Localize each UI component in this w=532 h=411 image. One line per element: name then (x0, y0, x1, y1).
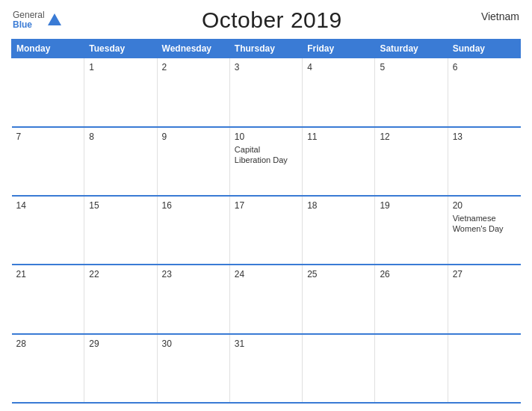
calendar-cell: 26 (375, 265, 448, 333)
weekday-header-monday: Monday (12, 40, 84, 58)
day-number: 15 (89, 200, 152, 211)
calendar-cell (375, 334, 448, 403)
calendar-cell: 25 (303, 265, 375, 333)
calendar-cell: 3 (229, 58, 302, 127)
day-number: 6 (453, 62, 516, 72)
day-number: 29 (89, 339, 152, 349)
day-number: 16 (162, 200, 225, 211)
calendar-cell (448, 334, 520, 403)
holiday-name: Vietnamese Women's Day (453, 213, 516, 235)
day-number: 26 (380, 269, 442, 279)
svg-marker-0 (48, 13, 61, 25)
calendar-cell: 31 (229, 334, 302, 403)
calendar-table: MondayTuesdayWednesdayThursdayFridaySatu… (11, 39, 521, 404)
calendar-cell: 8 (84, 127, 157, 196)
calendar-week-row: 14151617181920Vietnamese Women's Day (12, 196, 521, 265)
calendar-cell: 19 (375, 196, 448, 265)
day-number: 22 (89, 269, 152, 279)
day-number: 18 (307, 200, 370, 211)
calendar-cell: 10Capital Liberation Day (229, 127, 302, 196)
calendar-cell: 28 (12, 334, 84, 403)
calendar-cell: 14 (12, 196, 84, 265)
calendar-cell: 4 (303, 58, 375, 127)
day-number: 11 (307, 132, 370, 142)
day-number: 7 (16, 132, 80, 142)
calendar-cell: 21 (12, 265, 84, 333)
weekday-header-thursday: Thursday (229, 40, 302, 58)
day-number: 19 (380, 200, 442, 211)
logo: General Blue (13, 10, 63, 30)
day-number: 20 (453, 200, 516, 211)
calendar-cell (303, 334, 375, 403)
day-number: 17 (235, 200, 297, 211)
weekday-header-sunday: Sunday (448, 40, 520, 58)
weekday-header-tuesday: Tuesday (84, 40, 157, 58)
calendar-cell: 7 (12, 127, 84, 196)
calendar-cell: 9 (157, 127, 229, 196)
calendar-header: MondayTuesdayWednesdayThursdayFridaySatu… (12, 40, 521, 58)
calendar-week-row: 123456 (12, 58, 521, 127)
day-number: 27 (453, 269, 516, 279)
logo-icon (46, 12, 63, 28)
day-number: 28 (16, 339, 80, 349)
day-number: 30 (162, 339, 225, 349)
calendar-week-row: 78910Capital Liberation Day111213 (12, 127, 521, 196)
calendar-cell: 29 (84, 334, 157, 403)
month-title: October 2019 (202, 7, 342, 33)
calendar-cell: 2 (157, 58, 229, 127)
calendar-cell: 17 (229, 196, 302, 265)
weekday-header-saturday: Saturday (375, 40, 448, 58)
calendar-cell: 30 (157, 334, 229, 403)
calendar-cell: 20Vietnamese Women's Day (448, 196, 520, 265)
day-number: 14 (16, 200, 80, 211)
day-number: 31 (235, 339, 297, 349)
day-number: 10 (235, 132, 297, 142)
calendar-cell (12, 58, 84, 127)
day-number: 13 (453, 132, 516, 142)
day-number: 3 (235, 62, 297, 72)
calendar-cell: 24 (229, 265, 302, 333)
calendar-week-row: 21222324252627 (12, 265, 521, 333)
day-number: 12 (380, 132, 442, 142)
day-number: 23 (162, 269, 225, 279)
country-label: Vietnam (481, 10, 519, 22)
calendar-cell: 16 (157, 196, 229, 265)
logo-text: General Blue (13, 10, 45, 30)
calendar-cell: 6 (448, 58, 520, 127)
day-number: 25 (307, 269, 370, 279)
day-number: 21 (16, 269, 80, 279)
calendar-cell: 13 (448, 127, 520, 196)
header: General Blue October 2019 Vietnam (11, 7, 521, 33)
calendar-week-row: 28293031 (12, 334, 521, 403)
day-number: 8 (89, 132, 152, 142)
calendar-cell: 22 (84, 265, 157, 333)
calendar-cell: 12 (375, 127, 448, 196)
calendar-cell: 15 (84, 196, 157, 265)
day-number: 9 (162, 132, 225, 142)
weekday-header-friday: Friday (303, 40, 375, 58)
weekday-row: MondayTuesdayWednesdayThursdayFridaySatu… (12, 40, 521, 58)
calendar-body: 12345678910Capital Liberation Day1112131… (12, 58, 521, 404)
day-number: 1 (89, 62, 152, 72)
calendar-cell: 23 (157, 265, 229, 333)
weekday-header-wednesday: Wednesday (157, 40, 229, 58)
day-number: 24 (235, 269, 297, 279)
holiday-name: Capital Liberation Day (235, 144, 297, 166)
calendar-cell: 1 (84, 58, 157, 127)
day-number: 2 (162, 62, 225, 72)
day-number: 5 (380, 62, 442, 72)
logo-blue: Blue (13, 20, 45, 30)
calendar-cell: 11 (303, 127, 375, 196)
calendar-cell: 5 (375, 58, 448, 127)
calendar-cell: 27 (448, 265, 520, 333)
calendar-cell: 18 (303, 196, 375, 265)
day-number: 4 (307, 62, 370, 72)
